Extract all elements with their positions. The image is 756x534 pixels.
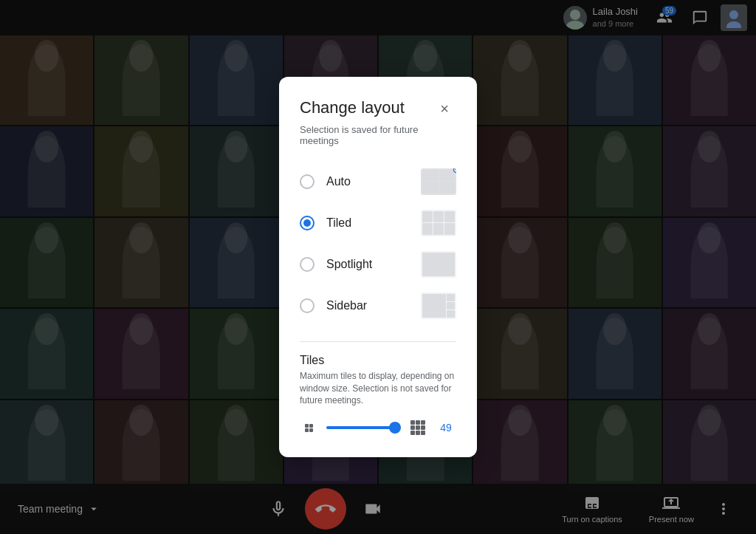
- layout-auto-label: Auto: [326, 175, 351, 188]
- layout-option-spotlight[interactable]: Spotlight: [300, 244, 456, 285]
- layout-option-auto[interactable]: Auto ↻: [300, 161, 456, 202]
- layout-sidebar-thumb: [421, 292, 456, 319]
- radio-tiled[interactable]: [300, 216, 315, 230]
- tiles-slider-thumb[interactable]: [389, 422, 401, 434]
- layout-tiled-thumb: [421, 210, 456, 236]
- tiles-slider-track: [326, 426, 400, 429]
- tiles-slider-wrapper: [326, 419, 400, 437]
- tiles-slider-fill: [326, 426, 396, 429]
- layout-sidebar-left: Sidebar: [300, 298, 367, 313]
- tiles-description: Maximum tiles to display, depending on w…: [300, 370, 456, 407]
- layout-spotlight-thumb: [421, 251, 456, 278]
- dialog-header: Change layout ×: [300, 97, 456, 121]
- tiles-title: Tiles: [300, 354, 456, 367]
- layout-options: Auto ↻ Tiled: [300, 161, 456, 326]
- layout-auto-left: Auto: [300, 174, 351, 189]
- radio-sidebar[interactable]: [300, 298, 315, 313]
- grid-large-icon: [409, 419, 427, 437]
- tiles-section: Tiles Maximum tiles to display, dependin…: [300, 341, 456, 437]
- layout-tiled-left: Tiled: [300, 216, 351, 230]
- radio-auto[interactable]: [300, 174, 315, 189]
- tiles-value: 49: [436, 422, 456, 434]
- layout-option-tiled[interactable]: Tiled: [300, 202, 456, 244]
- layout-tiled-label: Tiled: [326, 216, 351, 230]
- grid-small-icon: [300, 419, 317, 437]
- dialog-subtitle: Selection is saved for future meetings: [300, 124, 456, 146]
- modal-overlay: Change layout × Selection is saved for f…: [0, 0, 756, 534]
- layout-option-sidebar[interactable]: Sidebar: [300, 285, 456, 326]
- change-layout-dialog: Change layout × Selection is saved for f…: [279, 77, 477, 457]
- tiles-slider-row: 49: [300, 419, 456, 437]
- layout-sidebar-label: Sidebar: [326, 299, 367, 312]
- layout-spotlight-left: Spotlight: [300, 257, 372, 272]
- layout-auto-thumb: ↻: [421, 168, 456, 195]
- radio-spotlight[interactable]: [300, 257, 315, 272]
- dialog-title: Change layout: [300, 97, 405, 119]
- close-button[interactable]: ×: [433, 97, 456, 121]
- layout-spotlight-label: Spotlight: [326, 258, 372, 271]
